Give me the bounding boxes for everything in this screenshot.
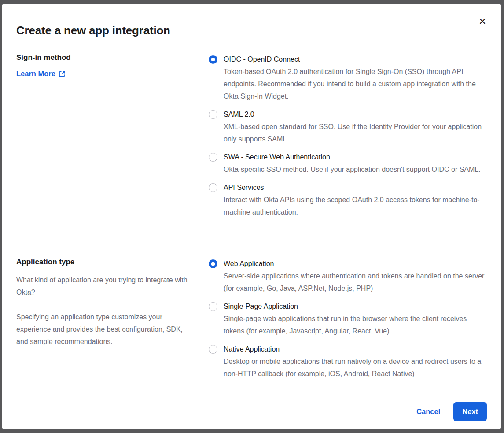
signin-method-left-column: Sign-in method Learn More bbox=[16, 53, 209, 78]
option-label[interactable]: Web Application bbox=[224, 258, 487, 270]
application-type-left-column: Application type What kind of applicatio… bbox=[16, 258, 209, 348]
learn-more-link[interactable]: Learn More bbox=[16, 70, 66, 78]
option-label[interactable]: SAML 2.0 bbox=[224, 108, 487, 121]
section-divider bbox=[16, 242, 487, 242]
option-label[interactable]: SWA - Secure Web Authentication bbox=[224, 151, 481, 163]
option-description: Desktop or mobile applications that run … bbox=[224, 355, 487, 380]
application-type-label: Application type bbox=[16, 258, 191, 266]
external-link-icon bbox=[59, 70, 66, 78]
radio-unselected-icon[interactable] bbox=[209, 153, 217, 162]
radio-unselected-icon[interactable] bbox=[209, 302, 217, 311]
radio-option-web-application[interactable]: Web Application Server-side applications… bbox=[209, 258, 487, 295]
application-type-description-2: Specifying an application type customize… bbox=[16, 311, 191, 348]
radio-option-native-application[interactable]: Native Application Desktop or mobile app… bbox=[209, 343, 487, 380]
option-label[interactable]: Native Application bbox=[224, 343, 487, 355]
signin-method-section: Sign-in method Learn More OIDC - OpenID … bbox=[16, 53, 487, 218]
application-type-options: Web Application Server-side applications… bbox=[209, 258, 487, 380]
dialog-title: Create a new app integration bbox=[16, 24, 487, 37]
option-label[interactable]: API Services bbox=[224, 181, 487, 194]
radio-unselected-icon[interactable] bbox=[209, 110, 217, 119]
cancel-button[interactable]: Cancel bbox=[416, 407, 440, 416]
close-icon[interactable]: ✕ bbox=[477, 16, 488, 27]
radio-option-swa[interactable]: SWA - Secure Web Authentication Okta-spe… bbox=[209, 151, 487, 176]
option-description: Server-side applications where authentic… bbox=[224, 270, 487, 295]
radio-unselected-icon[interactable] bbox=[209, 183, 217, 192]
application-type-section: Application type What kind of applicatio… bbox=[16, 258, 487, 380]
signin-method-options: OIDC - OpenID Connect Token-based OAuth … bbox=[209, 53, 487, 218]
option-label[interactable]: Single-Page Application bbox=[224, 300, 487, 313]
option-description: Interact with Okta APIs using the scoped… bbox=[224, 194, 487, 218]
radio-selected-icon[interactable] bbox=[209, 55, 217, 64]
radio-option-saml[interactable]: SAML 2.0 XML-based open standard for SSO… bbox=[209, 108, 487, 145]
signin-method-label: Sign-in method bbox=[16, 53, 191, 62]
application-type-description-1: What kind of application are you trying … bbox=[16, 274, 191, 299]
learn-more-label: Learn More bbox=[16, 70, 55, 78]
radio-unselected-icon[interactable] bbox=[209, 345, 217, 354]
next-button[interactable]: Next bbox=[453, 402, 487, 421]
radio-selected-icon[interactable] bbox=[209, 259, 217, 268]
option-description: Okta-specific SSO method. Use if your ap… bbox=[224, 163, 481, 176]
option-label[interactable]: OIDC - OpenID Connect bbox=[224, 53, 487, 66]
option-description: XML-based open standard for SSO. Use if … bbox=[224, 121, 487, 145]
option-description: Token-based OAuth 2.0 authentication for… bbox=[224, 66, 487, 103]
option-description: Single-page web applications that run in… bbox=[224, 313, 487, 337]
radio-option-api-services[interactable]: API Services Interact with Okta APIs usi… bbox=[209, 181, 487, 218]
dialog-footer: Cancel Next bbox=[16, 402, 487, 421]
create-app-integration-dialog: ✕ Create a new app integration Sign-in m… bbox=[2, 4, 501, 429]
radio-option-oidc[interactable]: OIDC - OpenID Connect Token-based OAuth … bbox=[209, 53, 487, 103]
radio-option-single-page-application[interactable]: Single-Page Application Single-page web … bbox=[209, 300, 487, 337]
